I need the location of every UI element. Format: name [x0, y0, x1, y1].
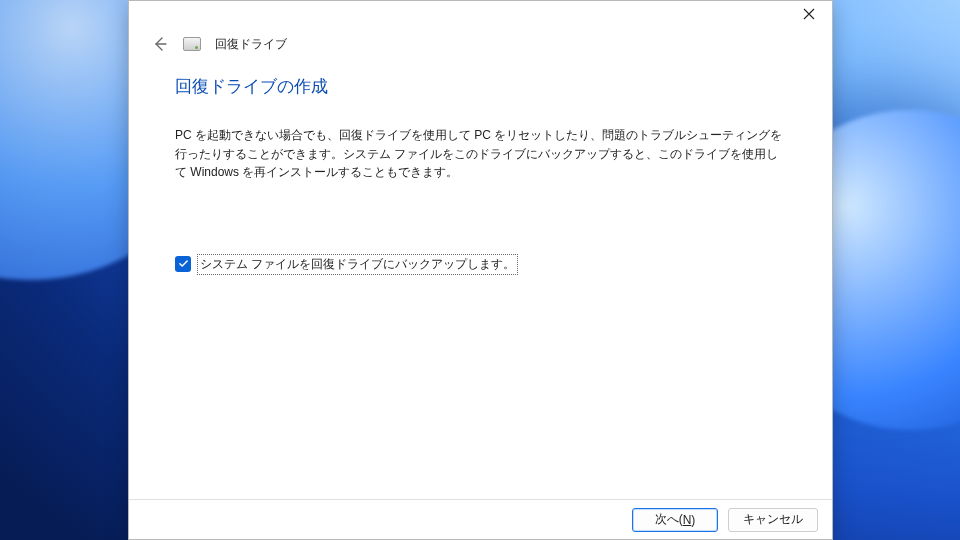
checkbox-box — [175, 256, 191, 272]
back-arrow-icon — [151, 35, 169, 53]
wizard-footer: 次へ(N) キャンセル — [129, 499, 832, 539]
next-button-prefix: 次へ( — [655, 511, 683, 528]
nav-row: 回復ドライブ — [129, 31, 832, 63]
desktop-background: 回復ドライブ 回復ドライブの作成 PC を起動できない場合でも、回復ドライブを使… — [0, 0, 960, 540]
cancel-button-label: キャンセル — [743, 511, 803, 528]
recovery-drive-window: 回復ドライブ 回復ドライブの作成 PC を起動できない場合でも、回復ドライブを使… — [128, 0, 833, 540]
titlebar — [129, 1, 832, 31]
content-area: 回復ドライブの作成 PC を起動できない場合でも、回復ドライブを使用して PC … — [129, 63, 832, 275]
next-button[interactable]: 次へ(N) — [632, 508, 718, 532]
page-heading: 回復ドライブの作成 — [175, 75, 786, 98]
close-icon — [803, 6, 815, 24]
close-button[interactable] — [786, 1, 832, 29]
back-button[interactable] — [151, 35, 169, 53]
drive-icon — [183, 37, 201, 51]
check-icon — [178, 255, 189, 273]
cancel-button[interactable]: キャンセル — [728, 508, 818, 532]
checkbox-label: システム ファイルを回復ドライブにバックアップします。 — [197, 254, 518, 275]
next-button-suffix: ) — [691, 513, 695, 527]
window-title: 回復ドライブ — [215, 36, 287, 53]
next-button-accel: N — [683, 513, 692, 527]
page-description: PC を起動できない場合でも、回復ドライブを使用して PC をリセットしたり、問… — [175, 126, 785, 182]
backup-system-files-checkbox[interactable]: システム ファイルを回復ドライブにバックアップします。 — [175, 254, 518, 275]
